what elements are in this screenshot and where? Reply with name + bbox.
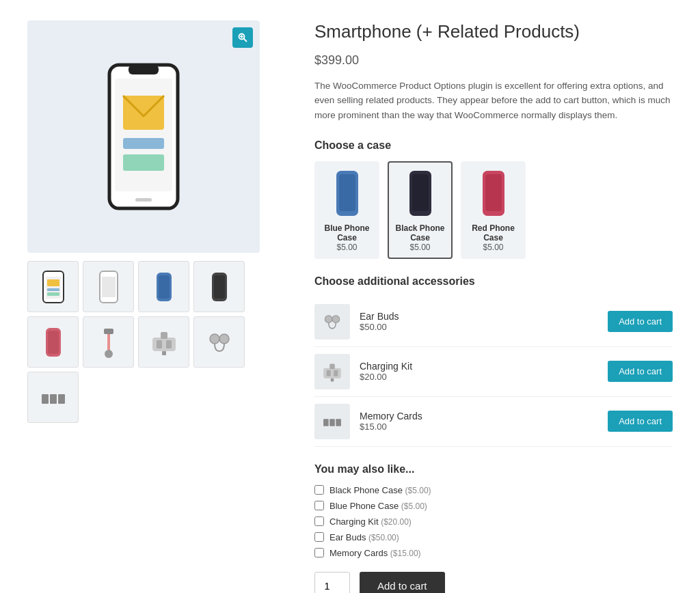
- add-to-cart-button[interactable]: Add to cart: [360, 572, 445, 593]
- also-like-memory-label: Memory Cards ($15.00): [329, 548, 421, 558]
- svg-rect-13: [47, 279, 59, 286]
- svg-rect-49: [334, 370, 338, 376]
- svg-rect-36: [58, 394, 65, 404]
- case-red-name: Red Phone Case: [468, 223, 519, 243]
- also-like-section: You may also like... Black Phone Case ($…: [314, 463, 673, 558]
- svg-rect-45: [323, 368, 341, 378]
- svg-rect-34: [42, 394, 49, 404]
- svg-rect-9: [123, 154, 164, 171]
- also-like-black-case: Black Phone Case ($5.00): [314, 485, 673, 495]
- charging-thumb: [314, 354, 350, 389]
- case-red[interactable]: Red Phone Case $5.00: [461, 161, 526, 259]
- thumbnail-1[interactable]: [27, 261, 79, 312]
- svg-rect-38: [339, 174, 355, 211]
- svg-rect-23: [48, 331, 59, 354]
- case-blue[interactable]: Blue Phone Case $5.00: [314, 161, 379, 259]
- case-black-price: $5.00: [394, 243, 446, 252]
- also-like-charging-label: Charging Kit ($20.00): [329, 516, 412, 527]
- also-like-memory: Memory Cards ($15.00): [314, 548, 673, 558]
- also-like-memory-checkbox[interactable]: [314, 548, 324, 557]
- also-like-charging-checkbox[interactable]: [314, 516, 324, 526]
- thumbnail-2[interactable]: [83, 261, 134, 312]
- main-product-image: [27, 20, 260, 253]
- svg-rect-40: [412, 174, 429, 211]
- cases-section-title: Choose a case: [314, 139, 673, 152]
- case-black[interactable]: Black Phone Case $5.00: [388, 161, 453, 259]
- cart-row: Add to cart: [314, 572, 673, 593]
- also-like-black-case-label: Black Phone Case ($5.00): [329, 485, 431, 495]
- case-blue-name: Blue Phone Case: [321, 223, 373, 243]
- svg-rect-8: [123, 138, 164, 149]
- also-like-charging-price: ($20.00): [381, 517, 412, 527]
- product-description: The WooCommerce Product Options plugin i…: [314, 79, 673, 123]
- svg-point-32: [210, 334, 219, 344]
- also-like-black-case-checkbox[interactable]: [314, 485, 324, 495]
- accessories-section-title: Choose additional accessories: [314, 275, 673, 288]
- memory-thumb: [314, 404, 350, 439]
- thumbnail-9[interactable]: [27, 372, 79, 423]
- memory-info: Memory Cards $15.00: [360, 411, 608, 432]
- accessory-charging: Charging Kit $20.00 Add to cart: [314, 347, 673, 397]
- also-like-earbuds: Ear Buds ($50.00): [314, 532, 673, 542]
- svg-rect-47: [331, 378, 334, 381]
- svg-rect-46: [329, 363, 335, 369]
- earbuds-info: Ear Buds $50.00: [360, 311, 608, 332]
- case-blue-price: $5.00: [321, 243, 373, 252]
- svg-rect-51: [329, 419, 335, 426]
- thumbnail-7[interactable]: [138, 316, 189, 368]
- zoom-button[interactable]: [232, 27, 253, 48]
- svg-rect-31: [166, 340, 172, 348]
- thumbnail-3[interactable]: [138, 261, 189, 312]
- svg-point-44: [332, 315, 340, 322]
- charging-price: $20.00: [360, 372, 608, 382]
- charging-info: Charging Kit $20.00: [360, 361, 608, 382]
- also-like-earbuds-price: ($50.00): [368, 533, 399, 542]
- svg-rect-52: [336, 419, 341, 426]
- memory-price: $15.00: [360, 422, 608, 432]
- thumbnail-4[interactable]: [193, 261, 245, 312]
- product-price: $399.00: [314, 53, 673, 68]
- page-container: Smartphone (+ Related Products) $399.00 …: [0, 0, 700, 593]
- case-red-price: $5.00: [468, 243, 519, 252]
- also-like-blue-case-price: ($5.00): [401, 501, 427, 511]
- svg-rect-19: [159, 275, 170, 299]
- also-like-memory-price: ($15.00): [390, 549, 421, 558]
- also-like-earbuds-checkbox[interactable]: [314, 532, 324, 542]
- svg-rect-35: [50, 394, 57, 404]
- cases-row: Blue Phone Case $5.00 Black Phone Case $…: [314, 161, 673, 259]
- svg-rect-48: [327, 370, 331, 376]
- cases-section: Choose a case Blue Phone Case $5.00 Blac…: [314, 139, 673, 259]
- also-like-blue-case-label: Blue Phone Case ($5.00): [329, 501, 427, 511]
- memory-add-button[interactable]: Add to cart: [608, 411, 673, 432]
- accessory-memory: Memory Cards $15.00 Add to cart: [314, 397, 673, 447]
- svg-line-1: [244, 39, 247, 42]
- also-like-blue-case: Blue Phone Case ($5.00): [314, 501, 673, 511]
- also-like-title: You may also like...: [314, 463, 673, 475]
- also-like-black-case-price: ($5.00): [405, 486, 431, 495]
- accessory-earbuds: Ear Buds $50.00 Add to cart: [314, 297, 673, 347]
- svg-point-33: [219, 334, 229, 344]
- quantity-input[interactable]: [314, 572, 350, 593]
- svg-rect-5: [129, 65, 159, 74]
- thumbnail-6[interactable]: [83, 316, 134, 368]
- svg-rect-21: [214, 275, 225, 299]
- svg-rect-42: [485, 174, 502, 211]
- svg-rect-29: [162, 351, 166, 355]
- svg-rect-27: [152, 337, 176, 351]
- svg-rect-17: [102, 277, 116, 297]
- charging-add-button[interactable]: Add to cart: [608, 361, 673, 382]
- thumbnail-8[interactable]: [193, 316, 245, 368]
- memory-name: Memory Cards: [360, 411, 608, 422]
- svg-rect-14: [47, 288, 59, 291]
- left-column: [27, 20, 287, 593]
- svg-rect-25: [104, 329, 113, 334]
- thumbnail-5[interactable]: [27, 316, 79, 368]
- also-like-blue-case-checkbox[interactable]: [314, 501, 324, 510]
- earbuds-add-button[interactable]: Add to cart: [608, 311, 673, 332]
- svg-rect-28: [161, 332, 167, 339]
- svg-rect-50: [323, 419, 329, 426]
- earbuds-price: $50.00: [360, 322, 608, 332]
- svg-rect-30: [157, 340, 162, 348]
- product-title: Smartphone (+ Related Products): [314, 20, 673, 44]
- also-like-earbuds-label: Ear Buds ($50.00): [329, 532, 399, 542]
